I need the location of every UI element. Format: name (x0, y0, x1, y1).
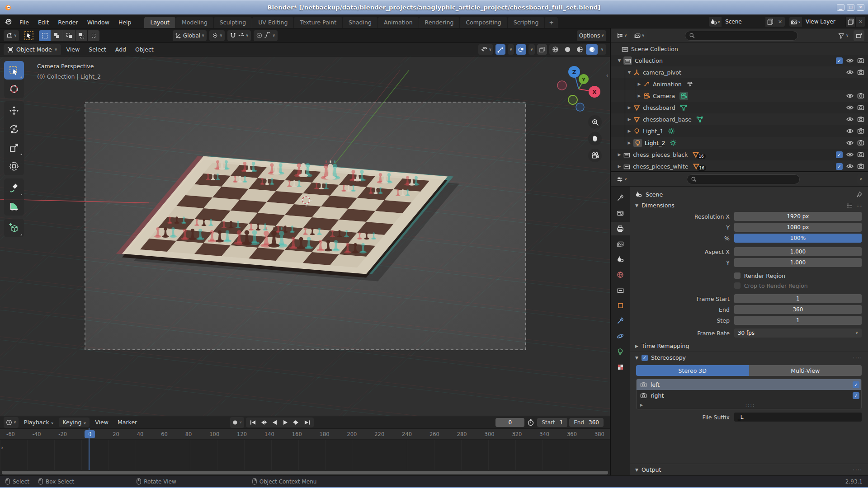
frame-end-field[interactable]: End360 (569, 418, 604, 427)
scene-new-copy-button[interactable] (765, 17, 775, 27)
render-camera-icon[interactable] (857, 127, 864, 135)
render-region-checkbox[interactable] (734, 272, 741, 279)
view-layer-remove-button[interactable]: ✕ (855, 17, 865, 27)
camera-data-icon[interactable] (680, 93, 687, 99)
expander-icon[interactable]: ▶ (640, 403, 643, 407)
tab-output[interactable] (611, 222, 630, 235)
outliner-filter-dropdown[interactable]: ∨ (836, 30, 851, 41)
expander-icon[interactable]: ▼ (625, 70, 633, 75)
play-button[interactable] (280, 418, 290, 427)
view-layer-browse-button[interactable]: ∨ (789, 17, 802, 27)
outliner-row-scene-collection[interactable]: Scene Collection (611, 43, 868, 55)
properties-options-dropdown[interactable]: ∨ (857, 174, 864, 185)
drag-dots-icon[interactable]: :::: (853, 355, 863, 360)
expander-icon[interactable]: ▶ (625, 129, 633, 133)
hide-eye-icon[interactable] (846, 151, 854, 158)
overlays-toggle[interactable] (516, 44, 526, 55)
menu-render[interactable]: Render (54, 17, 82, 28)
collection-checkbox[interactable]: ✓ (836, 163, 843, 170)
outliner-row-animation[interactable]: ▶ Animation (611, 78, 868, 90)
tool-measure[interactable] (4, 197, 24, 216)
frame-start-field[interactable]: Start1 (537, 418, 567, 427)
tab-texture[interactable] (611, 360, 630, 374)
render-camera-icon[interactable] (857, 151, 864, 158)
tool-select-box[interactable] (4, 61, 24, 80)
view-layer-name-field[interactable]: View Layer (802, 17, 845, 27)
outliner-editor-type-dropdown[interactable]: ∨ (614, 30, 629, 41)
render-camera-icon[interactable] (857, 116, 864, 123)
multi-view-tab[interactable]: Multi-View (749, 365, 862, 376)
outliner-row-chessboard-base[interactable]: ▶ chessboard_base (611, 113, 868, 125)
outliner-row-camera[interactable]: ▶ Camera (611, 90, 868, 102)
active-tool-button[interactable] (22, 30, 36, 41)
pivot-point-dropdown[interactable]: ∨ (209, 30, 225, 41)
outliner-row-chess-pieces-white[interactable]: ▶ chess_pieces_white 16 ✓ (611, 160, 868, 171)
shading-wireframe-button[interactable] (549, 44, 561, 55)
add-workspace-button[interactable]: + (545, 17, 557, 28)
orientation-gizmo[interactable]: Z Y X (553, 62, 607, 112)
expander-icon[interactable]: ▼ (615, 58, 623, 63)
aspect-y-field[interactable]: 1.000 (734, 258, 862, 267)
close-button[interactable]: ✕ (857, 4, 864, 11)
drag-dots-icon[interactable]: :::: (857, 203, 863, 208)
timeline-menu-keying[interactable]: Keying ∨ (59, 418, 90, 427)
gizmo-axis-neg-x[interactable] (557, 81, 566, 90)
tool-scale[interactable] (4, 138, 24, 157)
outliner-row-collection[interactable]: ▼ Collection ✓ (611, 55, 868, 66)
tab-collection[interactable] (611, 283, 630, 297)
tab-modifiers[interactable] (611, 314, 630, 328)
blender-menu-icon[interactable] (4, 18, 13, 25)
jump-to-end-button[interactable] (302, 418, 312, 427)
timeline-menu-view[interactable]: View (91, 418, 112, 427)
view-row-left[interactable]: left ✓ (637, 379, 861, 390)
timeline-menu-marker[interactable]: Marker (114, 418, 141, 427)
viewport-menu-object[interactable]: Object (132, 44, 157, 55)
pin-icon[interactable] (856, 191, 863, 198)
tool-rotate[interactable] (4, 120, 24, 138)
tab-physics[interactable] (611, 329, 630, 343)
current-frame-indicator[interactable]: 0 (85, 430, 95, 438)
timeline-ruler[interactable]: -60 -40 -20 0 20 40 60 80 100 120 140 16… (0, 429, 610, 440)
scene-name-field[interactable]: Scene (722, 17, 765, 27)
select-mode-subtract[interactable] (63, 30, 75, 41)
render-camera-icon[interactable] (857, 104, 864, 111)
resolution-percent-field[interactable]: 100% (734, 234, 862, 243)
use-preview-range-icon[interactable] (527, 419, 534, 426)
view-layer-copy-button[interactable] (845, 17, 855, 27)
aspect-x-field[interactable]: 1.000 (734, 247, 862, 256)
expander-icon[interactable]: ▶ (615, 152, 623, 157)
hide-eye-icon[interactable] (846, 116, 854, 123)
current-frame-field[interactable]: 0 (495, 418, 524, 427)
tab-sculpting[interactable]: Sculpting (214, 17, 252, 28)
tab-uv-editing[interactable]: UV Editing (252, 17, 293, 28)
proportional-editing-group[interactable]: ∨ (254, 30, 278, 41)
camera-view-button[interactable] (588, 149, 602, 162)
expander-icon[interactable]: ▶ (635, 82, 643, 86)
expander-icon[interactable]: ▶ (625, 105, 633, 110)
overlays-dropdown[interactable]: ∨ (528, 44, 535, 55)
viewport-3d[interactable]: Camera Perspective (0) Collection | Ligh… (0, 56, 610, 416)
tab-render[interactable] (611, 206, 630, 220)
properties-search-input[interactable] (687, 174, 800, 184)
crop-region-checkbox[interactable] (734, 282, 741, 289)
tab-scripting[interactable]: Scripting (508, 17, 545, 28)
maximize-button[interactable]: ▢ (847, 4, 854, 11)
transform-orientation-dropdown[interactable]: Global ∨ (173, 30, 207, 41)
expander-icon[interactable]: ▶ (625, 117, 633, 122)
menu-file[interactable]: File (15, 17, 33, 28)
expander-icon[interactable]: ▶ (635, 94, 643, 98)
tab-view-layer[interactable] (611, 237, 630, 251)
resolution-y-field[interactable]: 1080 px (734, 223, 862, 232)
timeline-scrollbar[interactable] (0, 470, 610, 475)
render-camera-icon[interactable] (857, 69, 864, 76)
stereoscopy-panel-header[interactable]: ▼ ✓ Stereoscopy :::: (630, 352, 868, 363)
resolution-x-field[interactable]: 1920 px (734, 212, 862, 221)
outliner-display-mode-dropdown[interactable]: ∨ (632, 30, 647, 41)
tab-world[interactable] (611, 268, 630, 282)
collection-checkbox[interactable]: ✓ (836, 57, 843, 64)
shading-material-button[interactable] (574, 44, 585, 55)
prev-keyframe-button[interactable] (259, 418, 269, 427)
zoom-view-button[interactable] (588, 115, 602, 129)
select-mode-intersect[interactable] (88, 30, 99, 41)
hide-eye-icon[interactable] (846, 163, 854, 170)
